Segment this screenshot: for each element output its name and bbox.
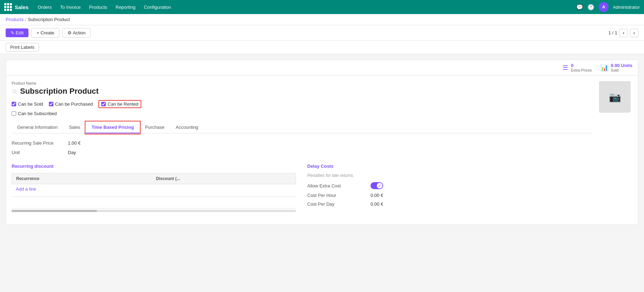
breadcrumb-parent[interactable]: Products: [6, 17, 24, 22]
list-icon: ☰: [562, 64, 568, 72]
unit-value[interactable]: Day: [68, 150, 76, 155]
extra-prices-count: 0: [571, 63, 592, 68]
username: Administrator: [613, 5, 640, 10]
pagination-prev[interactable]: ‹: [619, 29, 628, 37]
main-content: ☰ 0 Extra Prices 📊 0.00 Units Sold Produ…: [0, 54, 644, 231]
nav-to-invoice[interactable]: To Invoice: [57, 2, 84, 12]
nav-products[interactable]: Products: [85, 2, 110, 12]
top-navigation: Sales Orders To Invoice Products Reporti…: [0, 0, 644, 14]
avatar[interactable]: A: [599, 2, 608, 12]
unit-row: Unit Day: [12, 150, 592, 155]
recurring-discount-title: Recurring discount: [12, 164, 296, 169]
table-header-row: Recurrence Discount (...: [12, 173, 296, 184]
main-toolbar: ✎ Edit + Create ⚙ Action 1 / 1 ‹ ›: [0, 25, 644, 41]
units-sold-stat[interactable]: 📊 0.00 Units Sold: [600, 63, 632, 72]
units-sold-label: Sold: [611, 68, 632, 72]
secondary-toolbar: Print Labels: [0, 41, 644, 54]
can-be-purchased-checkbox[interactable]: Can be Purchased: [49, 100, 93, 108]
product-name-label: Product Name: [12, 81, 592, 85]
can-be-subscribed-checkbox[interactable]: Can be Subscribed: [12, 111, 57, 116]
toggle-knob: ✓: [377, 183, 382, 188]
allow-extra-cost-row: Allow Extra Cost ✓: [307, 182, 592, 189]
pagination: 1 / 1 ‹ ›: [608, 29, 638, 37]
tab-general-information[interactable]: General Information: [12, 122, 63, 133]
discount-col-header: Discount (...: [152, 173, 296, 184]
breadcrumb: Products / Subscription Product: [0, 14, 644, 25]
bar-chart-icon: 📊: [600, 64, 608, 72]
recurring-sale-price-label: Recurring Sale Price: [12, 140, 68, 146]
penalties-text: Penalties for late returns.: [307, 173, 592, 178]
tab-accounting[interactable]: Accounting: [170, 122, 204, 133]
product-image-placeholder[interactable]: 📷: [599, 81, 631, 113]
product-tabs: General Information Sales Time Based Pri…: [12, 122, 592, 133]
allow-extra-cost-label: Allow Extra Cost: [307, 183, 371, 188]
cost-per-hour-row: Cost Per Hour 0.00 €: [307, 193, 592, 198]
extra-prices-label: Extra Prices: [571, 68, 592, 72]
recurring-discount-section: Recurring discount Recurrence Discount (…: [12, 164, 296, 212]
pagination-text: 1 / 1: [608, 30, 617, 35]
product-main: Product Name ☆ Subscription Product Can …: [12, 81, 592, 219]
recurring-sale-price-value[interactable]: 1.00 €: [68, 140, 80, 146]
can-be-sold-checkbox[interactable]: Can be Sold: [12, 100, 43, 108]
action-button[interactable]: ⚙ Action: [62, 28, 91, 38]
tab-sales[interactable]: Sales: [63, 122, 86, 133]
recurrence-col-header: Recurrence: [12, 173, 152, 184]
favorite-icon[interactable]: ☆: [12, 87, 17, 95]
grid-icon: [4, 3, 12, 11]
two-col-section: Recurring discount Recurrence Discount (…: [12, 164, 592, 212]
table-scrollbar[interactable]: [12, 210, 296, 212]
tab-time-based-pricing[interactable]: Time Based Pricing: [86, 122, 139, 133]
tab-purchase[interactable]: Purchase: [140, 122, 170, 133]
recurring-sale-price-row: Recurring Sale Price 1.00 €: [12, 140, 592, 146]
can-be-rented-checkbox[interactable]: Can be Rented: [98, 100, 141, 108]
cost-per-day-row: Cost Per Day 0.00 €: [307, 201, 592, 207]
chat-icon[interactable]: 💬: [576, 4, 583, 11]
product-name: Subscription Product: [20, 87, 99, 96]
create-button[interactable]: + Create: [31, 28, 59, 38]
cost-per-day-value[interactable]: 0.00 €: [371, 201, 383, 207]
edit-button[interactable]: ✎ Edit: [6, 28, 28, 37]
product-name-row: ☆ Subscription Product: [12, 87, 592, 96]
units-sold-value: 0.00 Units: [611, 63, 632, 68]
product-form: Product Name ☆ Subscription Product Can …: [6, 75, 638, 225]
product-image-area: 📷: [597, 81, 632, 219]
pagination-next[interactable]: ›: [630, 29, 638, 37]
stats-bar: ☰ 0 Extra Prices 📊 0.00 Units Sold: [6, 60, 638, 75]
checkboxes-row-2: Can be Subscribed: [12, 111, 592, 116]
clock-icon[interactable]: 🕐: [587, 4, 594, 11]
discount-table: Recurrence Discount (...: [12, 173, 296, 184]
allow-extra-cost-toggle[interactable]: ✓: [371, 182, 383, 189]
camera-icon: 📷: [609, 91, 621, 103]
add-line[interactable]: Add a line: [12, 184, 40, 194]
nav-configuration[interactable]: Configuration: [140, 2, 174, 12]
breadcrumb-separator: /: [25, 17, 26, 22]
checkboxes-row: Can be Sold Can be Purchased Can be Rent…: [12, 100, 592, 108]
app-logo[interactable]: Sales: [4, 3, 28, 11]
print-labels-button[interactable]: Print Labels: [6, 43, 39, 52]
delay-costs-section: Delay Costs Penalties for late returns. …: [307, 164, 592, 212]
nav-reporting[interactable]: Reporting: [112, 2, 139, 12]
cost-per-hour-label: Cost Per Hour: [307, 193, 371, 198]
topnav-right: 💬 🕐 A Administrator: [576, 2, 640, 12]
time-based-pricing-content: Recurring Sale Price 1.00 € Unit Day Rec…: [12, 133, 592, 219]
main-menu: Orders To Invoice Products Reporting Con…: [34, 2, 576, 12]
discount-table-area: Recurrence Discount (... Add a line: [12, 173, 296, 212]
unit-label: Unit: [12, 150, 68, 155]
breadcrumb-current: Subscription Product: [28, 17, 70, 22]
app-name: Sales: [15, 4, 28, 10]
cost-per-day-label: Cost Per Day: [307, 201, 371, 207]
delay-costs-title: Delay Costs: [307, 164, 592, 169]
nav-orders[interactable]: Orders: [34, 2, 55, 12]
extra-prices-stat[interactable]: ☰ 0 Extra Prices: [562, 63, 592, 72]
cost-per-hour-value[interactable]: 0.00 €: [371, 193, 383, 198]
